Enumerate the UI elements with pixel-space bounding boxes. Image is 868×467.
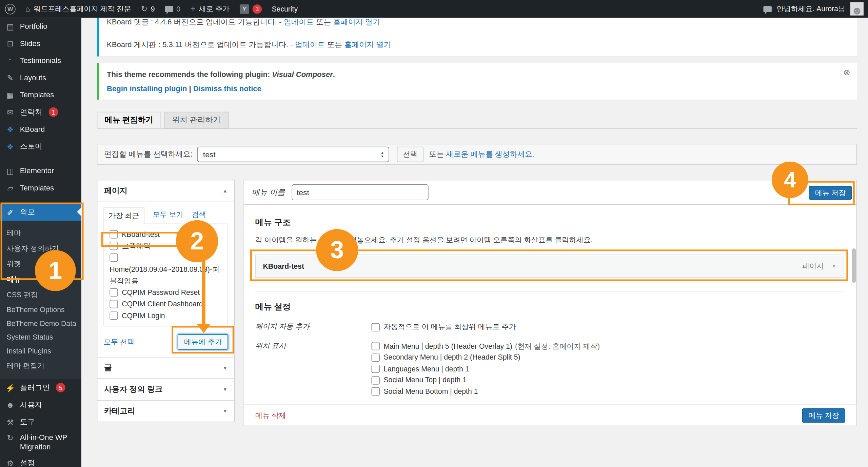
posts-panel: 글 ▼ (97, 357, 235, 379)
sidebar-item-templates[interactable]: ▦ Templates (0, 86, 81, 104)
checkbox[interactable] (110, 253, 118, 262)
comments-count: 0 (176, 5, 180, 13)
add-menu-items-column: 페이지 ▲ 가장 최근 모두 보기 검색 KBoard-test 고객혜택 Ho… (97, 180, 235, 422)
sidebar-item-slides[interactable]: ⊟ Slides (0, 35, 81, 52)
seo-notification-badge: 3 (252, 4, 262, 14)
checkbox[interactable] (372, 365, 380, 373)
checkbox[interactable] (110, 311, 118, 320)
checkbox[interactable] (372, 342, 380, 350)
sidebar-item-templates2[interactable]: ▱ Templates (0, 179, 81, 197)
yoast-seo-icon: Y (240, 4, 249, 14)
update-notice-kboard-board: KBoard 게시판 : 5.3.11 버전으로 업데이트 가능합니다. - 업… (97, 33, 857, 57)
wordpress-menu[interactable]: W (0, 0, 20, 18)
update-link[interactable]: 업데이트 (284, 17, 314, 27)
categories-panel: 카테고리 ▼ (97, 400, 235, 422)
tab-view-all[interactable]: 모두 보기 (153, 210, 183, 224)
submenu-betheme-demo-data[interactable]: BeTheme Demo Data (0, 317, 81, 330)
sidebar-item-settings[interactable]: ⚙ 설정 (0, 455, 81, 467)
wordpress-logo-icon: W (5, 4, 16, 14)
create-new-menu-link[interactable]: 새로운 메뉴를 생성하세요 (446, 149, 532, 159)
auto-add-label: 페이지 자동 추가 (255, 322, 372, 333)
location-option[interactable]: Social Menu Bottom | depth 1 (372, 386, 600, 397)
home-icon: ⌂ (25, 4, 30, 13)
wrench-icon: ⚒ (5, 418, 15, 426)
collapse-up-icon[interactable]: ▲ (222, 188, 228, 193)
begin-installing-plugin-link[interactable]: Begin installing plugin (107, 85, 187, 93)
checkbox[interactable] (372, 387, 380, 395)
submenu-betheme-options[interactable]: BeTheme Options (0, 303, 81, 317)
menu-name-input[interactable] (292, 184, 428, 200)
menu-page-tabs: 메뉴 편집하기 위치 관리하기 (97, 112, 857, 129)
location-option[interactable]: Languages Menu | depth 1 (372, 363, 600, 374)
checkbox[interactable] (372, 376, 380, 384)
sidebar-item-elementor[interactable]: ◫ Elementor (0, 162, 81, 179)
sidebar-item-kboard[interactable]: ❖ KBoard (0, 121, 81, 138)
location-option[interactable]: Social Menu Top | depth 1 (372, 374, 600, 386)
save-menu-button-bottom[interactable]: 메뉴 저장 (802, 408, 845, 422)
updates-link[interactable]: ↻ 9 (136, 0, 160, 18)
sidebar-item-contact[interactable]: ✉ 연락처 1 (0, 103, 81, 121)
pages-panel-header[interactable]: 페이지 ▲ (97, 180, 234, 201)
pages-tabs: 가장 최근 모두 보기 검색 (103, 207, 228, 223)
sidebar-item-portfolio[interactable]: ▤ Portfolio (0, 18, 81, 35)
select-all-link[interactable]: 모두 선택 (103, 337, 134, 347)
feedback-bubble-icon[interactable] (763, 6, 771, 12)
posts-panel-header[interactable]: 글 ▼ (97, 358, 234, 379)
update-link[interactable]: 업데이트 (295, 40, 325, 50)
submenu-system-status[interactable]: System Status (0, 330, 81, 344)
sidebar-item-migration[interactable]: ↻ All-in-One WP Migration (0, 430, 81, 454)
tab-manage-locations[interactable]: 위치 관리하기 (164, 112, 229, 128)
collapse-down-icon[interactable]: ▼ (222, 365, 228, 371)
checkbox[interactable] (110, 300, 118, 308)
select-menu-button[interactable]: 선택 (397, 147, 423, 162)
collapse-down-icon[interactable]: ▼ (222, 387, 228, 392)
grid-icon: ▦ (5, 90, 15, 99)
folder-icon: ▱ (5, 183, 15, 192)
tab-most-recent[interactable]: 가장 최근 (103, 207, 144, 224)
sidebar-item-store[interactable]: ❖ 스토어 (0, 138, 81, 155)
checkbox[interactable] (110, 288, 118, 297)
sidebar-item-users[interactable]: ☻ 사용자 (0, 396, 81, 413)
admin-bar-left: W ⌂ 워드프레스홈페이지 제작 전문 ↻ 9 0 + 새로 추가 Y 3 (0, 0, 303, 18)
homepage-open-link[interactable]: 홈페이지 열기 (333, 17, 380, 27)
scrollbar-thumb[interactable] (852, 248, 856, 283)
sidebar-item-tools[interactable]: ⚒ 도구 (0, 413, 81, 431)
sidebar-item-testimonials[interactable]: “ Testimonials (0, 52, 81, 69)
site-link[interactable]: ⌂ 워드프레스홈페이지 제작 전문 (20, 0, 136, 18)
delete-menu-link[interactable]: 메뉴 삭제 (255, 410, 286, 420)
slides-icon: ⊟ (5, 39, 15, 48)
checkbox[interactable] (372, 353, 380, 362)
tab-edit-menus[interactable]: 메뉴 편집하기 (97, 112, 161, 128)
location-options: Main Menu | depth 5 (Header Overlay 1) (… (372, 341, 600, 397)
updates-count: 9 (151, 5, 155, 13)
settings-icon: ⚙ (5, 459, 15, 467)
security-menu[interactable]: Security (267, 0, 303, 18)
submenu-install-plugins[interactable]: Install Plugins (0, 344, 81, 358)
sidebar-item-plugins[interactable]: ⚡ 플러그인 5 (0, 379, 81, 396)
submenu-theme-editor[interactable]: 테마 편집기 (0, 358, 81, 373)
location-option[interactable]: Main Menu | depth 5 (Header Overlay 1) (… (372, 341, 600, 352)
checkbox[interactable] (372, 323, 380, 331)
menu-settings-title: 메뉴 설정 (255, 302, 845, 312)
categories-panel-header[interactable]: 카테고리 ▼ (97, 401, 234, 422)
new-content-link[interactable]: + 새로 추가 (185, 0, 235, 18)
seo-menu[interactable]: Y 3 (235, 0, 267, 18)
avatar[interactable]: ☻ (850, 2, 864, 16)
sidebar-item-layouts[interactable]: ✎ Layouts (0, 69, 81, 86)
homepage-open-link[interactable]: 홈페이지 열기 (344, 40, 391, 50)
auto-add-option[interactable]: 자동적으로 이 메뉴를 최상위 메뉴로 추가 (372, 322, 516, 333)
comments-link[interactable]: 0 (160, 0, 185, 18)
comments-icon (165, 6, 173, 12)
location-option[interactable]: Secondary Menu | depth 2 (Header Split 5… (372, 352, 600, 363)
dismiss-icon[interactable]: ⊗ (843, 68, 850, 76)
annotation-box-step2 (101, 232, 178, 247)
kboard-icon: ❖ (5, 125, 15, 134)
submenu-css-edit[interactable]: CSS 편집 (0, 287, 81, 303)
collapse-down-icon[interactable]: ▼ (222, 408, 228, 414)
user-greeting[interactable]: 안녕하세요. Aurora님 (776, 4, 845, 14)
menu-select-dropdown[interactable]: test (197, 147, 389, 162)
display-location-label: 위치 표시 (255, 341, 372, 397)
dismiss-notice-link[interactable]: Dismiss this notice (193, 85, 261, 93)
envelope-icon: ✉ (5, 108, 15, 117)
custom-links-panel-header[interactable]: 사용자 정의 링크 ▼ (97, 379, 234, 400)
